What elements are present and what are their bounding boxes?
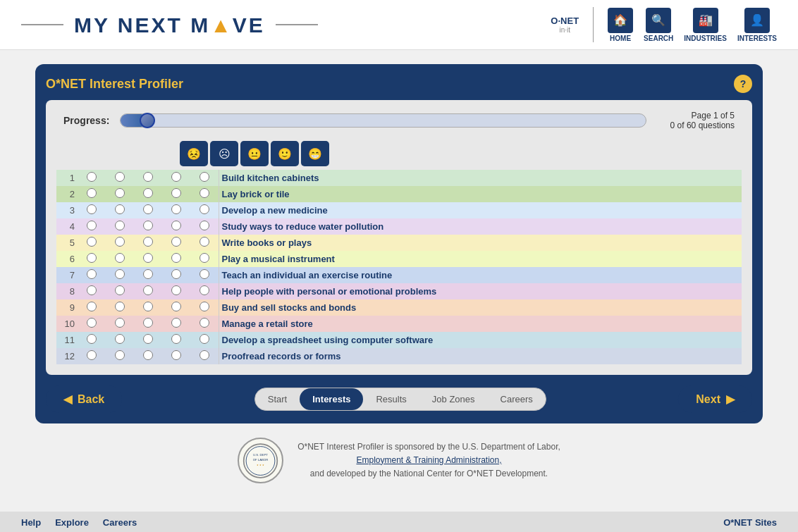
emoji-row: 😣 ☹ 😐 🙂 😁 [56,141,742,166]
radio-cell [162,316,190,332]
radio-option-2[interactable] [115,253,125,263]
radio-option-3[interactable] [143,285,153,295]
help-button[interactable]: ? [734,75,752,93]
radio-option-1[interactable] [87,318,97,328]
nav-home[interactable]: 🏠 HOME [608,8,633,42]
radio-option-5[interactable] [200,269,209,279]
radio-option-3[interactable] [143,350,153,360]
radio-cell [78,218,106,235]
radio-option-1[interactable] [87,188,97,198]
radio-option-1[interactable] [87,285,97,295]
radio-option-5[interactable] [200,204,209,214]
radio-option-3[interactable] [143,334,153,344]
radio-option-3[interactable] [143,318,153,328]
nav-search[interactable]: 🔍 SEARCH [644,8,673,42]
radio-option-4[interactable] [171,334,181,344]
radio-option-4[interactable] [171,253,181,263]
back-arrow-icon: ◀ [63,392,72,406]
radio-option-4[interactable] [171,269,181,279]
step-careers[interactable]: Careers [488,388,546,410]
radio-option-5[interactable] [200,221,209,230]
radio-option-4[interactable] [171,172,181,182]
radio-option-2[interactable] [115,204,125,214]
radio-cell [106,316,134,332]
footer-careers[interactable]: Careers [103,517,137,528]
radio-option-5[interactable] [200,285,209,295]
radio-option-5[interactable] [200,350,209,360]
back-button[interactable]: ◀ Back [46,385,122,413]
step-results[interactable]: Results [363,388,419,410]
radio-option-5[interactable] [200,334,209,344]
radio-option-3[interactable] [143,172,153,182]
radio-option-4[interactable] [171,204,181,214]
radio-option-4[interactable] [171,188,181,198]
radio-option-3[interactable] [143,204,153,214]
radio-option-5[interactable] [200,302,209,311]
logo-text: MY NEXT M▲VE [74,12,265,38]
radio-option-1[interactable] [87,302,97,311]
radio-option-4[interactable] [171,237,181,247]
radio-option-2[interactable] [115,350,125,360]
radio-option-1[interactable] [87,172,97,182]
radio-option-2[interactable] [115,172,125,182]
footer-help[interactable]: Help [21,517,41,528]
footer-explore[interactable]: Explore [55,517,89,528]
radio-option-2[interactable] [115,318,125,328]
radio-option-2[interactable] [115,237,125,247]
employment-link[interactable]: Employment & Training Administration, [356,455,501,465]
radio-cell [162,332,190,348]
radio-option-5[interactable] [200,253,209,263]
radio-option-3[interactable] [143,253,153,263]
radio-option-1[interactable] [87,204,97,214]
radio-option-2[interactable] [115,269,125,279]
radio-option-4[interactable] [171,285,181,295]
radio-option-3[interactable] [143,221,153,230]
radio-cell [134,251,162,267]
radio-option-5[interactable] [200,188,209,198]
radio-cell [190,186,219,202]
radio-option-1[interactable] [87,269,97,279]
radio-option-5[interactable] [200,172,209,182]
radio-cell [134,202,162,218]
radio-option-3[interactable] [143,269,153,279]
next-button[interactable]: Next ▶ [678,385,752,413]
onet-sites[interactable]: O*NET Sites [723,517,777,528]
radio-option-4[interactable] [171,350,181,360]
radio-cell [78,283,106,299]
radio-cell [106,202,134,218]
question-text: Develop a spreadsheet using computer sof… [219,332,742,348]
question-number: 5 [56,235,78,251]
step-interests[interactable]: Interests [300,388,363,410]
radio-option-1[interactable] [87,334,97,344]
radio-option-4[interactable] [171,221,181,230]
radio-option-1[interactable] [87,253,97,263]
radio-cell [190,170,219,186]
radio-option-3[interactable] [143,237,153,247]
step-start[interactable]: Start [255,388,300,410]
radio-option-5[interactable] [200,318,209,328]
nav-industries[interactable]: 🏭 INDUSTRIES [684,8,727,42]
radio-option-4[interactable] [171,302,181,311]
radio-option-1[interactable] [87,350,97,360]
radio-option-1[interactable] [87,237,97,247]
next-arrow-icon: ▶ [726,392,735,406]
radio-option-2[interactable] [115,285,125,295]
radio-option-3[interactable] [143,188,153,198]
radio-option-4[interactable] [171,318,181,328]
profiler-header: O*NET Interest Profiler ? [46,75,752,93]
table-row: 2 Lay brick or tile [56,186,742,202]
nav-interests[interactable]: 👤 INTERESTS [737,8,777,42]
radio-option-3[interactable] [143,302,153,311]
question-number: 9 [56,299,78,316]
radio-option-5[interactable] [200,237,209,247]
radio-cell [190,283,219,299]
industries-icon: 🏭 [693,8,718,33]
step-job-zones[interactable]: Job Zones [419,388,488,410]
radio-option-2[interactable] [115,334,125,344]
radio-option-2[interactable] [115,188,125,198]
radio-option-2[interactable] [115,302,125,311]
radio-option-1[interactable] [87,221,97,230]
header-right: O·NET in·it 🏠 HOME 🔍 SEARCH 🏭 INDUSTRIES… [551,7,777,42]
home-icon: 🏠 [608,8,633,33]
radio-option-2[interactable] [115,221,125,230]
